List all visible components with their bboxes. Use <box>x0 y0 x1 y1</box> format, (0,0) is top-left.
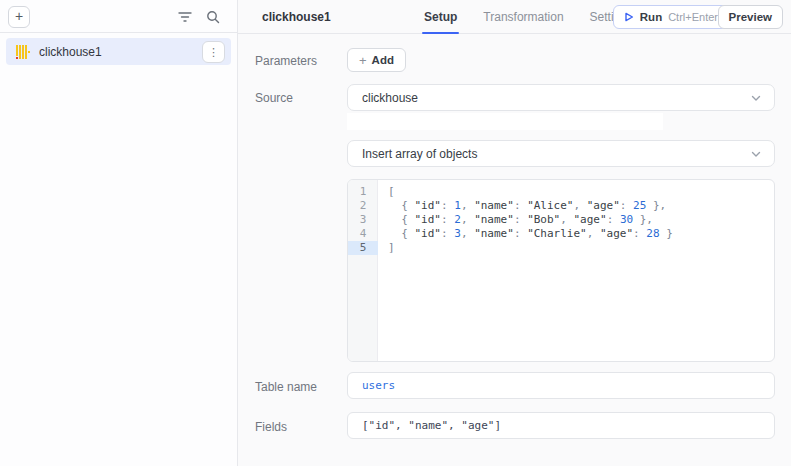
code-line-content: { "id": 1, "name": "Alice", "age": 25 }, <box>378 199 666 213</box>
source-select-value: clickhouse <box>362 91 418 105</box>
code-token: "Alice" <box>527 199 573 212</box>
code-token: "age" <box>587 199 620 212</box>
tab-transformation[interactable]: Transformation <box>483 0 563 34</box>
line-number: 2 <box>348 199 378 213</box>
preview-label: Preview <box>729 11 772 23</box>
kebab-icon: ⋮ <box>208 46 219 58</box>
code-token: } <box>660 227 673 240</box>
code-line-content: { "id": 3, "name": "Charlie", "age": 28 … <box>378 227 673 241</box>
code-token: "age" <box>600 227 633 240</box>
code-editor-lines: 1[2 { "id": 1, "name": "Alice", "age": 2… <box>348 185 774 255</box>
code-line-content: { "id": 2, "name": "Bob", "age": 30 }, <box>378 213 653 227</box>
code-token: 28 <box>646 227 659 240</box>
code-token: : <box>633 227 646 240</box>
code-token: "id" <box>415 227 442 240</box>
code-line[interactable]: 1[ <box>348 185 774 199</box>
code-token: { <box>401 227 414 240</box>
code-token: : <box>514 199 527 212</box>
tab-setup-label: Setup <box>424 10 457 24</box>
code-token: , <box>560 213 573 226</box>
code-token <box>388 227 401 240</box>
code-token: ] <box>388 241 395 254</box>
code-token: "Charlie" <box>527 227 587 240</box>
code-token: : <box>441 199 454 212</box>
code-token: "name" <box>474 199 514 212</box>
code-line[interactable]: 5] <box>348 241 774 255</box>
code-token: , <box>573 199 586 212</box>
code-token: : <box>514 213 527 226</box>
code-token: , <box>461 199 474 212</box>
query-editor-panel: clickhouse1 Setup Transformation Setting… <box>238 0 791 466</box>
code-token: { <box>401 213 414 226</box>
code-token: }, <box>633 213 653 226</box>
editor-tabs: Setup Transformation Settings <box>424 0 633 34</box>
code-token: , <box>587 227 600 240</box>
chevron-down-icon <box>750 148 762 160</box>
code-token: { <box>401 199 414 212</box>
new-query-button[interactable]: + <box>8 6 30 28</box>
code-line[interactable]: 3 { "id": 2, "name": "Bob", "age": 30 }, <box>348 213 774 227</box>
plus-icon: + <box>15 8 23 24</box>
add-label: Add <box>372 54 394 66</box>
code-token: , <box>461 227 474 240</box>
source-resource-placeholder <box>347 113 663 130</box>
plus-icon: + <box>359 53 367 68</box>
code-line-content: [ <box>378 185 395 199</box>
code-token: "age" <box>574 213 607 226</box>
code-token: 3 <box>454 227 461 240</box>
table-name-label: Table name <box>255 380 317 394</box>
clickhouse-logo-icon <box>16 45 31 59</box>
code-token: "Bob" <box>527 213 560 226</box>
code-token <box>388 213 401 226</box>
query-sidebar: + <box>0 0 238 466</box>
code-token: 1 <box>454 199 461 212</box>
code-token: "id" <box>415 199 442 212</box>
line-number: 4 <box>348 227 378 241</box>
code-token: : <box>441 213 454 226</box>
json-code-editor[interactable]: 1[2 { "id": 1, "name": "Alice", "age": 2… <box>347 179 775 362</box>
filter-icon[interactable] <box>177 9 193 25</box>
code-token: : <box>607 213 620 226</box>
app-window: + <box>0 0 791 466</box>
code-token: : <box>441 227 454 240</box>
action-mode-value: Insert array of objects <box>362 147 477 161</box>
search-icon[interactable] <box>205 9 221 25</box>
item-menu-button[interactable]: ⋮ <box>202 41 225 63</box>
add-parameter-button[interactable]: + Add <box>347 48 406 72</box>
tab-transformation-label: Transformation <box>483 10 563 24</box>
code-token: 2 <box>454 213 461 226</box>
code-line[interactable]: 2 { "id": 1, "name": "Alice", "age": 25 … <box>348 199 774 213</box>
code-token: [ <box>388 185 395 198</box>
code-token: }, <box>646 199 666 212</box>
source-label: Source <box>255 91 293 105</box>
line-number: 1 <box>348 185 378 199</box>
code-line[interactable]: 4 { "id": 3, "name": "Charlie", "age": 2… <box>348 227 774 241</box>
code-token: 25 <box>633 199 646 212</box>
run-shortcut: Ctrl+Enter <box>668 11 718 23</box>
fields-input[interactable]: ["id", "name", "age"] <box>347 412 775 439</box>
code-token: : <box>620 199 633 212</box>
sidebar-item-label: clickhouse1 <box>39 45 102 59</box>
sidebar-toolbar: + <box>0 0 237 33</box>
code-token: "name" <box>474 213 514 226</box>
source-select[interactable]: clickhouse <box>347 84 775 111</box>
sidebar-item-clickhouse1[interactable]: clickhouse1 ⋮ <box>6 38 231 65</box>
preview-button[interactable]: Preview <box>718 5 783 29</box>
editor-header: clickhouse1 Setup Transformation Setting… <box>238 0 791 34</box>
play-icon <box>624 12 634 22</box>
action-mode-select[interactable]: Insert array of objects <box>347 140 775 167</box>
tab-setup[interactable]: Setup <box>424 0 457 34</box>
code-token: "id" <box>415 213 442 226</box>
code-token: 30 <box>620 213 633 226</box>
parameters-label: Parameters <box>255 54 317 68</box>
line-number: 5 <box>348 241 378 255</box>
code-token: "name" <box>474 227 514 240</box>
line-number: 3 <box>348 213 378 227</box>
run-button[interactable]: Run Ctrl+Enter <box>613 5 729 29</box>
code-line-content: ] <box>378 241 395 255</box>
code-token: : <box>514 227 527 240</box>
fields-value: ["id", "name", "age"] <box>362 419 501 432</box>
run-label: Run <box>640 11 662 23</box>
table-name-input[interactable]: users <box>347 372 775 399</box>
code-token: , <box>461 213 474 226</box>
